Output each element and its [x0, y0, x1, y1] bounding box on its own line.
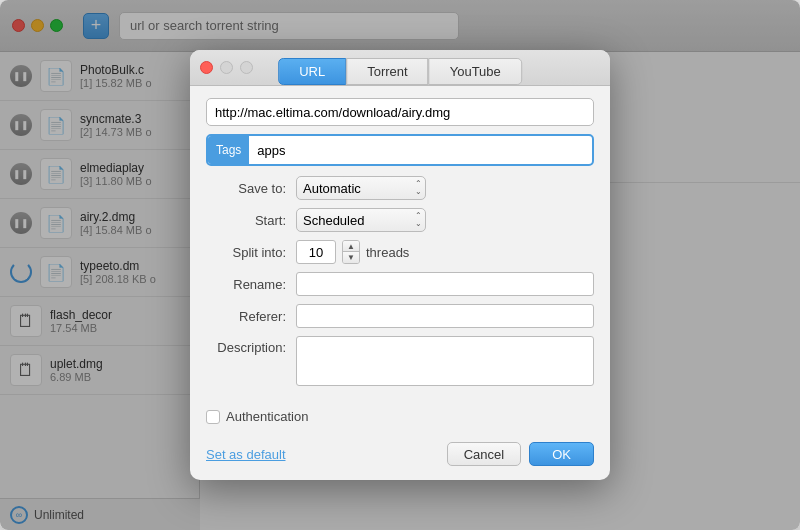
tags-input-row[interactable]: Tags	[206, 134, 594, 166]
modal-title-bar: URL Torrent YouTube	[190, 50, 610, 86]
modal-footer: Set as default Cancel OK	[190, 434, 610, 480]
add-download-modal: URL Torrent YouTube Tags Save to:	[190, 50, 610, 480]
threads-label: threads	[366, 245, 409, 260]
start-row: Start: Scheduled Immediately Manually	[206, 208, 594, 232]
tab-url[interactable]: URL	[278, 58, 346, 85]
rename-label: Rename:	[206, 277, 296, 292]
tab-youtube[interactable]: YouTube	[429, 58, 522, 85]
split-input[interactable]	[296, 240, 336, 264]
modal-body: Tags Save to: Automatic Desktop Download…	[190, 86, 610, 409]
modal-minimize-button[interactable]	[220, 61, 233, 74]
tags-badge: Tags	[208, 136, 249, 164]
save-to-row: Save to: Automatic Desktop Downloads	[206, 176, 594, 200]
description-row: Description:	[206, 336, 594, 389]
tab-torrent[interactable]: Torrent	[346, 58, 428, 85]
description-input[interactable]	[296, 336, 594, 386]
split-stepper: ▲ ▼	[342, 240, 360, 264]
ok-button[interactable]: OK	[529, 442, 594, 466]
split-row: Split into: ▲ ▼ threads	[206, 240, 594, 264]
split-label: Split into:	[206, 245, 296, 260]
url-input-row	[206, 98, 594, 126]
authentication-row: Authentication	[206, 409, 610, 424]
stepper-down-button[interactable]: ▼	[343, 252, 359, 263]
tags-value-input[interactable]	[249, 136, 592, 164]
referer-input[interactable]	[296, 304, 594, 328]
start-label: Start:	[206, 213, 296, 228]
referer-label: Referer:	[206, 309, 296, 324]
modal-overlay: URL Torrent YouTube Tags Save to:	[0, 0, 800, 530]
rename-row: Rename:	[206, 272, 594, 296]
authentication-label: Authentication	[226, 409, 308, 424]
rename-input[interactable]	[296, 272, 594, 296]
cancel-button[interactable]: Cancel	[447, 442, 521, 466]
start-select[interactable]: Scheduled Immediately Manually	[296, 208, 426, 232]
referer-row: Referer:	[206, 304, 594, 328]
stepper-up-button[interactable]: ▲	[343, 241, 359, 252]
description-label: Description:	[206, 336, 296, 355]
modal-close-button[interactable]	[200, 61, 213, 74]
app-window: + ❚❚ 📄 PhotoBulk.c [1] 15.82 MB o ❚❚ 📄 s…	[0, 0, 800, 530]
set-default-link[interactable]: Set as default	[206, 447, 286, 462]
footer-buttons: Cancel OK	[447, 442, 594, 466]
save-to-label: Save to:	[206, 181, 296, 196]
save-to-select[interactable]: Automatic Desktop Downloads	[296, 176, 426, 200]
url-input[interactable]	[206, 98, 594, 126]
authentication-checkbox[interactable]	[206, 410, 220, 424]
modal-maximize-button[interactable]	[240, 61, 253, 74]
